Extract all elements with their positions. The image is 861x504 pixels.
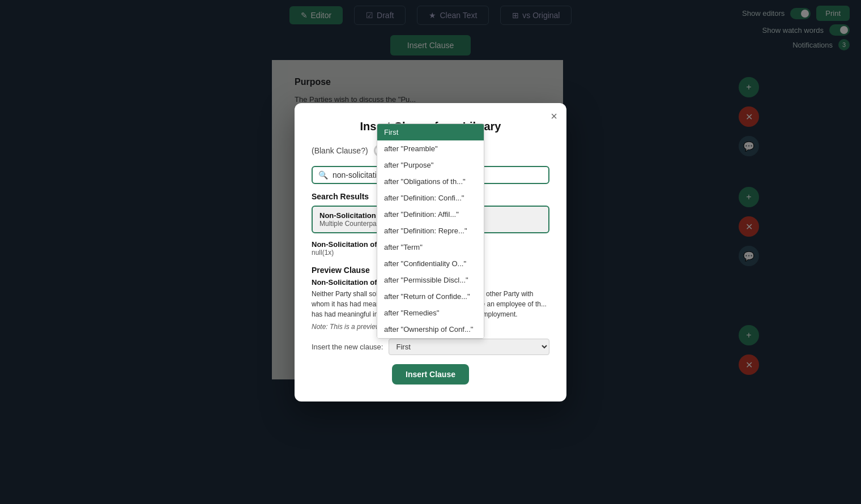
position-option-after-return[interactable]: after "Return of Confide..." <box>377 288 484 305</box>
position-dropdown-list: First after "Preamble" after "Purpose" a… <box>377 123 484 339</box>
position-option-after-ownership[interactable]: after "Ownership of Conf..." <box>377 321 484 338</box>
position-option-after-def-affil[interactable]: after "Definition: Affil..." <box>377 206 484 223</box>
position-option-after-def-confi[interactable]: after "Definition: Confi..." <box>377 190 484 206</box>
insert-position-select[interactable]: First <box>389 339 549 355</box>
position-option-first[interactable]: First <box>377 124 484 140</box>
modal-overlay: × Insert Clause from Library (Blank Clau… <box>0 0 861 504</box>
insert-clause-modal: × Insert Clause from Library (Blank Clau… <box>295 103 566 402</box>
position-option-after-confidentiality[interactable]: after "Confidentiality O..." <box>377 255 484 272</box>
position-option-after-preamble[interactable]: after "Preamble" <box>377 140 484 157</box>
search-icon: 🔍 <box>318 170 328 180</box>
insert-clause-button[interactable]: Insert Clause <box>392 364 469 385</box>
position-option-after-remedies[interactable]: after "Remedies" <box>377 305 484 321</box>
position-option-after-no-warranties[interactable]: after "No Warranties" <box>377 338 484 339</box>
blank-clause-label: (Blank Clause?) <box>312 146 368 155</box>
position-option-after-obligations[interactable]: after "Obligations of th..." <box>377 173 484 190</box>
position-option-after-purpose[interactable]: after "Purpose" <box>377 157 484 173</box>
position-option-after-permissible[interactable]: after "Permissible Discl..." <box>377 272 484 288</box>
position-option-after-term[interactable]: after "Term" <box>377 239 484 255</box>
insert-label: Insert the new clause: <box>312 343 383 351</box>
position-option-after-def-repre[interactable]: after "Definition: Repre..." <box>377 223 484 239</box>
modal-close-button[interactable]: × <box>551 110 557 123</box>
